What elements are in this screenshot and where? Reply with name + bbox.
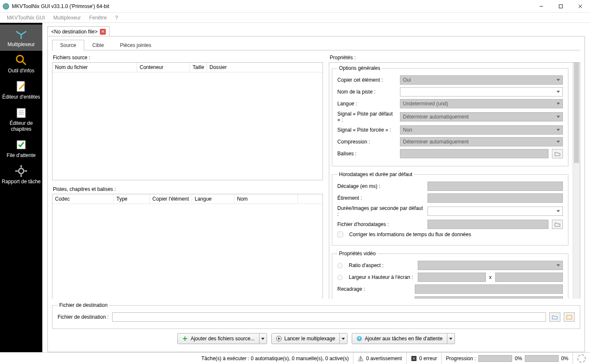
sources-col-container[interactable]: Conteneur (137, 63, 190, 72)
copy-select[interactable]: Oui (400, 75, 563, 85)
menu-item-multiplexeur[interactable]: Multiplexeur (49, 14, 85, 22)
inner-tabstrip: Source Cible Pièces jointes (52, 40, 580, 50)
tab-cible[interactable]: Cible (84, 40, 112, 50)
tags-input[interactable] (400, 149, 549, 158)
app-icon (3, 3, 9, 10)
scroll-thumb[interactable] (574, 63, 579, 163)
width-input[interactable] (418, 273, 486, 282)
legend-destination: Fichier de destination (58, 302, 109, 308)
queue-check-icon (14, 138, 28, 152)
file-tab-label: <No destination file> (51, 29, 97, 35)
start-mux-button[interactable]: Lancer le multiplexage (271, 333, 340, 344)
tracks-col-name[interactable]: Nom (234, 194, 298, 204)
tracks-col-empty (298, 194, 323, 204)
svg-rect-8 (17, 108, 25, 118)
gear-icon (14, 164, 28, 178)
dims-radio[interactable] (337, 275, 343, 280)
sources-grid-body[interactable] (52, 72, 323, 180)
tracks-col-codec[interactable]: Codec (52, 194, 114, 204)
destination-recent-button[interactable] (564, 312, 575, 322)
trackname-input[interactable] (400, 87, 563, 97)
tab-pieces-jointes[interactable]: Pièces jointes (112, 40, 159, 50)
sidebar-item-editeur-chapitres[interactable]: Éditeur de chapitres (0, 103, 42, 135)
sources-col-filename[interactable]: Nom du fichier (52, 63, 137, 72)
height-input[interactable] (495, 273, 563, 282)
sources-grid[interactable]: Nom du fichier Conteneur Taille Dossier (52, 62, 323, 180)
vertical-scrollbar[interactable] (573, 63, 580, 299)
legend-timing: Horodatages et durée par défaut (337, 171, 414, 177)
duration-label: Durée/Images par seconde par défaut : (337, 205, 424, 217)
add-sources-button[interactable]: Ajouter des fichiers source... (177, 333, 259, 344)
sources-col-size[interactable]: Taille (190, 63, 207, 72)
error-icon (411, 356, 417, 361)
copy-label: Copier cet élément : (337, 77, 397, 83)
status-warnings[interactable]: ! 0 avertissement (353, 353, 406, 364)
add-queue-dropdown[interactable] (447, 333, 455, 344)
add-sources-dropdown[interactable] (259, 333, 267, 344)
fieldset-timing: Horodatages et durée par défaut Décalage… (332, 171, 568, 245)
sidebar-item-label: Éditeur de chapitres (0, 120, 42, 132)
sidebar-item-label: Multiplexeur (0, 41, 42, 47)
sidebar-item-editeur-entetes[interactable]: Éditeur d'entêtes (0, 77, 42, 103)
destination-input[interactable] (112, 312, 546, 322)
close-button[interactable] (571, 0, 590, 13)
duration-select[interactable] (427, 207, 563, 216)
legend-video: Propriétés vidéo (337, 251, 378, 256)
sidebar-item-rapport[interactable]: Rapport de tâche (0, 162, 42, 188)
notepad-icon (14, 106, 28, 119)
file-tab[interactable]: <No destination file> ✕ (47, 26, 110, 36)
magnifier-icon (14, 53, 28, 67)
add-queue-button[interactable]: + Ajouter aux tâches en file d'attente (352, 333, 447, 344)
sidebar-item-file-attente[interactable]: File d'attente (0, 135, 42, 162)
aspect-select[interactable] (418, 261, 563, 270)
menu-item-fenetre[interactable]: Fenêtre (85, 14, 111, 22)
tsfile-browse-button[interactable] (552, 220, 563, 229)
destination-label: Fichier de destination : (58, 314, 109, 320)
tab-source[interactable]: Source (52, 40, 84, 50)
maximize-button[interactable] (551, 0, 571, 13)
tags-browse-button[interactable] (552, 149, 563, 158)
fieldset-video: Propriétés vidéo Ratio d'aspect : Largeu… (332, 251, 568, 299)
start-mux-dropdown[interactable] (340, 333, 347, 344)
sources-col-folder[interactable]: Dossier (207, 63, 323, 72)
crop-input[interactable] (415, 284, 563, 294)
tracks-col-type[interactable]: Type (114, 194, 150, 204)
stretch-input[interactable] (427, 193, 563, 203)
delay-input[interactable] (427, 182, 563, 191)
add-sources-label: Ajouter des fichiers source... (190, 336, 254, 342)
progress-bar-2 (525, 355, 559, 362)
stereo-select[interactable] (415, 296, 563, 299)
stereo-label: Stéréoscopie : (337, 298, 411, 299)
close-icon[interactable]: ✕ (100, 29, 106, 35)
sidebar-item-outil-infos[interactable]: Outil d'infos (0, 51, 42, 77)
default-track-select[interactable]: Déterminer automatiquement (400, 112, 563, 121)
sidebar-item-multiplexeur[interactable]: Multiplexeur (0, 25, 42, 51)
tsfile-label: Fichier d'horodatages : (337, 221, 424, 227)
crop-label: Recadrage : (337, 286, 411, 292)
status-spinner (573, 353, 590, 364)
svg-point-5 (17, 55, 23, 62)
spinner-icon (577, 354, 586, 363)
destination-browse-button[interactable] (549, 312, 560, 322)
action-bar: Ajouter des fichiers source... Lancer le… (52, 331, 580, 347)
legend-general: Options générales (337, 65, 382, 71)
language-select[interactable]: Undetermined (und) (400, 99, 563, 108)
status-errors[interactable]: 0 erreur (406, 353, 441, 364)
forced-track-select[interactable]: Non (400, 125, 563, 135)
compression-select[interactable]: Déterminer automatiquement (400, 137, 563, 146)
dims-label: Largeur x Hauteur à l'écran : (349, 274, 414, 280)
menu-item-app[interactable]: MKVToolNix GUI (3, 14, 49, 22)
tsfile-input[interactable] (427, 220, 549, 229)
svg-rect-2 (559, 5, 562, 8)
aspect-radio[interactable] (337, 263, 343, 268)
queue-add-icon: + (356, 336, 362, 342)
minimize-button[interactable] (532, 0, 551, 13)
fix-timing-checkbox[interactable] (337, 232, 343, 237)
tracks-grid[interactable]: Codec Type Copier l'élément Langue Nom ◂… (52, 194, 323, 299)
aspect-label: Ratio d'aspect : (349, 262, 414, 268)
tracks-col-copy[interactable]: Copier l'élément (150, 194, 192, 204)
tracks-col-language[interactable]: Langue (192, 194, 234, 204)
menu-item-help[interactable]: ? (111, 14, 122, 22)
pencil-doc-icon (14, 80, 28, 93)
tracks-grid-body[interactable] (52, 204, 323, 299)
